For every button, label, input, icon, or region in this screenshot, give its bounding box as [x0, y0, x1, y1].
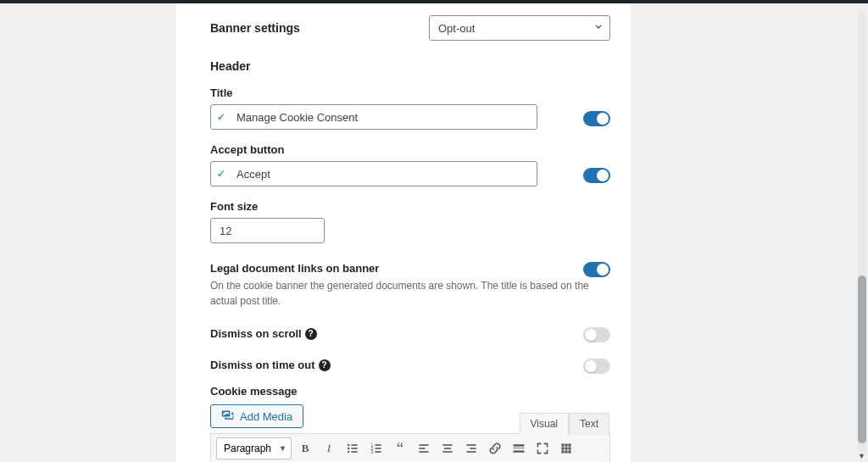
legal-links-label: Legal document links on banner — [210, 262, 610, 275]
banner-settings-row: Banner settings Opt-out — [210, 15, 610, 41]
cookie-message-label: Cookie message — [210, 385, 610, 398]
accept-button-label: Accept button — [210, 143, 610, 156]
align-center-icon[interactable] — [437, 438, 458, 459]
font-size-input[interactable] — [210, 218, 325, 243]
svg-rect-3 — [351, 448, 357, 449]
help-icon[interactable]: ? — [305, 328, 317, 340]
dismiss-scroll-label: Dismiss on scroll — [210, 327, 302, 340]
svg-rect-26 — [568, 443, 570, 446]
editor-toolbar: Paragraph ▼ B I 123 “ — [211, 434, 609, 462]
svg-text:3: 3 — [371, 450, 374, 454]
svg-rect-16 — [444, 448, 451, 449]
align-left-icon[interactable] — [414, 438, 434, 459]
right-gutter — [631, 3, 868, 462]
media-icon — [221, 409, 235, 425]
svg-rect-18 — [466, 444, 476, 446]
dismiss-timeout-toggle[interactable] — [583, 359, 610, 374]
bold-icon[interactable]: B — [295, 438, 315, 459]
font-size-label: Font size — [210, 200, 610, 213]
left-gutter — [0, 3, 176, 462]
title-field-block: Title ✓ — [210, 86, 610, 130]
bullet-list-icon[interactable] — [342, 438, 363, 459]
svg-rect-19 — [470, 448, 476, 449]
header-section-title: Header — [210, 59, 610, 73]
title-toggle[interactable] — [583, 111, 610, 126]
svg-rect-5 — [351, 451, 357, 453]
check-icon: ✓ — [217, 168, 225, 180]
svg-rect-28 — [565, 447, 567, 449]
svg-rect-23 — [514, 450, 525, 452]
svg-rect-29 — [568, 447, 570, 449]
svg-rect-30 — [561, 450, 564, 453]
help-icon[interactable]: ? — [319, 359, 331, 371]
add-media-button[interactable]: Add Media — [210, 404, 303, 428]
accept-button-block: Accept button ✓ — [210, 143, 610, 186]
italic-icon[interactable]: I — [319, 438, 339, 459]
legal-links-block: Legal document links on banner On the co… — [210, 262, 610, 309]
editor-tab-text[interactable]: Text — [569, 413, 609, 435]
svg-rect-24 — [561, 443, 564, 446]
scrollbar-thumb[interactable] — [858, 276, 866, 443]
legal-links-help: On the cookie banner the generated docum… — [210, 278, 610, 309]
toolbar-toggle-icon[interactable] — [556, 438, 576, 459]
numbered-list-icon[interactable]: 123 — [366, 438, 387, 459]
svg-rect-31 — [565, 450, 567, 453]
svg-rect-17 — [442, 451, 452, 453]
link-icon[interactable] — [485, 438, 505, 459]
accept-button-input[interactable] — [210, 161, 537, 186]
chevron-down-icon[interactable]: ▼ — [858, 452, 865, 460]
svg-rect-32 — [568, 450, 570, 453]
svg-point-4 — [348, 451, 349, 453]
svg-rect-25 — [565, 443, 567, 446]
banner-settings-select[interactable]: Opt-out — [429, 15, 610, 41]
legal-links-toggle[interactable] — [583, 262, 610, 277]
cookie-message-block: Cookie message Add Media Visual Text — [210, 385, 610, 462]
svg-rect-12 — [419, 444, 428, 446]
scrollbar-track[interactable] — [858, 10, 866, 452]
blockquote-icon[interactable]: “ — [390, 438, 410, 459]
svg-point-2 — [348, 448, 349, 449]
svg-rect-27 — [561, 447, 564, 449]
svg-rect-15 — [442, 444, 452, 446]
svg-rect-7 — [375, 444, 381, 446]
banner-settings-label: Banner settings — [210, 21, 422, 35]
page: Banner settings Opt-out Header Title ✓ — [0, 3, 868, 462]
settings-card: Banner settings Opt-out Header Title ✓ — [176, 3, 631, 462]
dismiss-timeout-block: Dismiss on time out ? — [210, 359, 610, 371]
dismiss-scroll-block: Dismiss on scroll ? — [210, 327, 610, 340]
dismiss-timeout-label: Dismiss on time out — [210, 359, 315, 371]
format-select[interactable]: Paragraph — [216, 437, 292, 459]
accept-button-toggle[interactable] — [583, 168, 610, 183]
svg-rect-22 — [514, 448, 525, 448]
title-label: Title — [210, 86, 610, 99]
svg-rect-20 — [466, 451, 476, 453]
svg-rect-21 — [514, 444, 525, 446]
svg-rect-11 — [375, 451, 381, 453]
svg-rect-1 — [351, 444, 357, 446]
read-more-icon[interactable] — [509, 438, 529, 459]
font-size-block: Font size — [210, 200, 610, 243]
rich-text-editor: Visual Text Paragraph ▼ B I 123 — [210, 433, 610, 462]
dismiss-scroll-toggle[interactable] — [583, 327, 610, 342]
fullscreen-icon[interactable] — [532, 438, 553, 459]
svg-rect-13 — [419, 448, 425, 449]
svg-rect-9 — [375, 448, 381, 449]
check-icon: ✓ — [217, 111, 225, 123]
editor-tab-visual[interactable]: Visual — [520, 413, 569, 435]
add-media-label: Add Media — [240, 410, 292, 423]
svg-point-0 — [348, 444, 349, 446]
svg-rect-14 — [419, 451, 428, 453]
title-input[interactable] — [210, 104, 537, 130]
align-right-icon[interactable] — [461, 438, 481, 459]
